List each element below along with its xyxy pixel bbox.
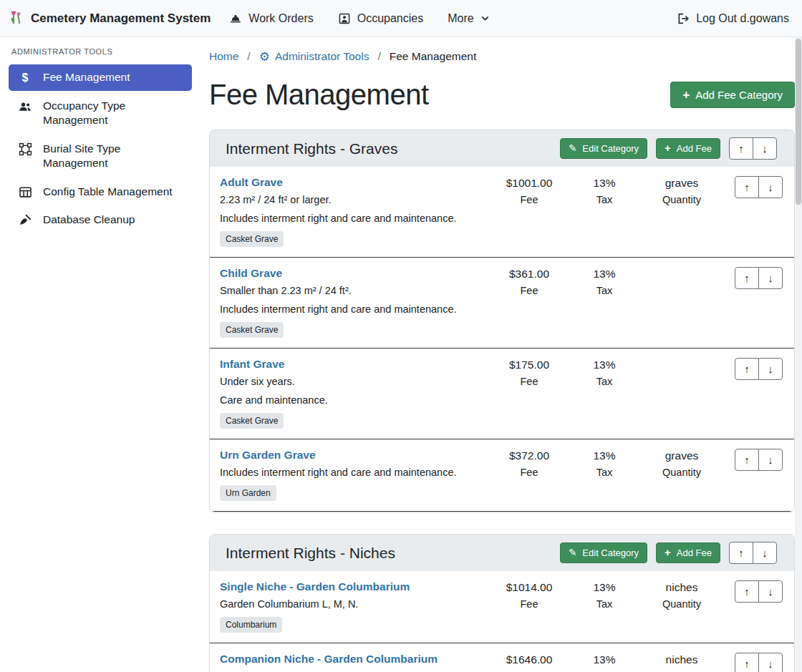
add-fee-button[interactable]: + Add Fee: [656, 542, 720, 563]
move-fee-down-button[interactable]: ↓: [758, 653, 783, 672]
move-fee-down-button[interactable]: ↓: [758, 449, 783, 471]
move-fee-down-button[interactable]: ↓: [758, 580, 783, 603]
add-fee-label: Add Fee: [677, 143, 712, 154]
arrow-down-icon: ↓: [768, 585, 773, 598]
fee-name-link[interactable]: Infant Grave: [220, 358, 284, 371]
nav-more[interactable]: More: [448, 12, 489, 25]
fee-description: Smaller than 2.23 m² / 24 ft².: [220, 285, 483, 296]
fee-amount-col: $1014.00 Fee: [490, 580, 569, 610]
quantity-unit: graves: [640, 177, 723, 190]
add-fee-button[interactable]: + Add Fee: [656, 138, 720, 159]
fee-descriptions: Includes interment right and care and ma…: [220, 467, 483, 478]
categories-container: Interment Rights - Graves ✎ Edit Categor…: [209, 130, 795, 672]
logout-icon: [677, 12, 690, 25]
fee-amount-col: $1646.00 Fee: [490, 653, 569, 672]
fee-name-link[interactable]: Companion Niche - Garden Columbarium: [220, 653, 438, 666]
fee-type-badge: Casket Grave: [220, 231, 284, 247]
move-fee-down-button[interactable]: ↓: [758, 358, 783, 380]
gear-icon: ⚙: [259, 51, 270, 63]
edit-category-button[interactable]: ✎ Edit Category: [560, 138, 647, 159]
arrow-up-icon: ↑: [738, 142, 744, 155]
fee-type-badge: Columbarium: [220, 617, 282, 633]
page-header: Fee Management + Add Fee Category: [209, 79, 795, 111]
move-fee-down-button[interactable]: ↓: [758, 267, 783, 289]
sidebar-item-label: Config Table Management: [43, 185, 173, 199]
move-category-up-button[interactable]: ↑: [729, 542, 753, 564]
flower-logo-icon: [9, 9, 24, 28]
sidebar-item-label: Database Cleanup: [43, 213, 135, 227]
sidebar-item-config-table-management[interactable]: Config Table Management: [9, 179, 192, 205]
move-fee-up-button[interactable]: ↑: [735, 580, 759, 603]
sidebar-item-database-cleanup[interactable]: Database Cleanup: [9, 207, 192, 233]
sidebar-heading: Administrator Tools: [0, 47, 200, 56]
logout-link[interactable]: Log Out d.gowans: [677, 12, 789, 25]
fee-name-link[interactable]: Single Niche - Garden Columbarium: [220, 580, 410, 593]
fee-name-link[interactable]: Urn Garden Grave: [220, 449, 316, 462]
breadcrumb-home[interactable]: Home: [209, 50, 238, 63]
move-category-up-button[interactable]: ↑: [729, 137, 753, 160]
breadcrumb-separator: /: [247, 50, 250, 63]
quantity-label: Quantity: [640, 467, 723, 478]
arrow-up-icon: ↑: [744, 454, 750, 466]
fee-type-badge: Urn Garden: [220, 485, 276, 501]
fee-quantity-col: niches Quantity: [640, 653, 723, 672]
move-fee-up-button[interactable]: ↑: [735, 176, 759, 198]
tax-value: 13%: [569, 177, 640, 190]
move-fee-up-button[interactable]: ↑: [735, 267, 759, 289]
category-header: Interment Rights - Graves ✎ Edit Categor…: [210, 130, 794, 167]
fee-label: Fee: [490, 376, 569, 387]
edit-category-label: Edit Category: [582, 143, 639, 154]
breadcrumb-admin-tools[interactable]: ⚙ Administrator Tools: [259, 50, 369, 63]
pencil-icon: ✎: [569, 548, 576, 558]
sidebar-item-occupancy-type-management[interactable]: Occupancy Type Management: [9, 93, 192, 134]
move-fee-down-button[interactable]: ↓: [758, 176, 783, 198]
nav-work-orders[interactable]: Work Orders: [229, 12, 313, 25]
sidebar-item-burial-site-type-management[interactable]: Burial Site Type Management: [9, 136, 192, 177]
nav-more-label: More: [448, 12, 473, 25]
tax-value: 13%: [569, 653, 640, 666]
fee-amount: $1001.00: [490, 177, 569, 190]
navbar-menu: Work Orders Occupancies More: [229, 12, 489, 25]
sidebar-item-fee-management[interactable]: $ Fee Management: [9, 64, 192, 91]
fee-label: Fee: [490, 285, 569, 296]
page-layout: Administrator Tools $ Fee Management Occ…: [0, 37, 802, 672]
fee-quantity-col: niches Quantity: [640, 580, 723, 610]
fee-reorder-group: ↑ ↓: [735, 653, 783, 672]
move-category-down-button[interactable]: ↓: [753, 542, 777, 564]
fee-list: Adult Grave 2.23 m² / 24 ft² or larger.I…: [210, 167, 794, 512]
fee-amount: $1014.00: [490, 581, 569, 594]
sidebar-item-label: Fee Management: [43, 70, 130, 84]
category-title: Interment Rights - Niches: [226, 545, 395, 562]
fee-name-link[interactable]: Child Grave: [220, 267, 282, 280]
fee-main: Adult Grave 2.23 m² / 24 ft² or larger.I…: [220, 176, 490, 247]
fee-tax-col: 13% Tax: [569, 580, 640, 610]
arrow-down-icon: ↓: [762, 142, 768, 155]
table-icon: [17, 185, 33, 199]
move-category-down-button[interactable]: ↓: [753, 137, 777, 160]
fee-amount-col: $175.00 Fee: [490, 358, 569, 387]
brand-link[interactable]: Cemetery Management System: [9, 9, 211, 28]
fee-tax-col: 13% Tax: [569, 267, 640, 296]
scrollbar-track[interactable]: [795, 37, 802, 672]
fee-name-link[interactable]: Adult Grave: [220, 176, 283, 189]
move-fee-up-button[interactable]: ↑: [735, 653, 759, 672]
add-fee-category-button[interactable]: + Add Fee Category: [670, 82, 795, 108]
fee-reorder-group: ↑ ↓: [735, 358, 783, 380]
move-fee-up-button[interactable]: ↑: [735, 449, 759, 471]
hard-hat-icon: [229, 12, 242, 25]
breadcrumb: Home / ⚙ Administrator Tools / Fee Manag…: [209, 50, 795, 63]
scrollbar-thumb[interactable]: [796, 39, 801, 205]
move-fee-up-button[interactable]: ↑: [735, 358, 759, 380]
breadcrumb-admin-tools-label: Administrator Tools: [275, 50, 369, 63]
fee-main: Single Niche - Garden Columbarium Garden…: [220, 580, 490, 633]
fee-main: Urn Garden Grave Includes interment righ…: [220, 449, 490, 501]
nav-occupancies-label: Occupancies: [357, 12, 424, 25]
quantity-label: Quantity: [640, 194, 723, 205]
quantity-label: Quantity: [640, 598, 723, 610]
nav-occupancies[interactable]: Occupancies: [338, 12, 424, 25]
top-navbar: Cemetery Management System Work Orders O…: [0, 0, 802, 37]
edit-category-button[interactable]: ✎ Edit Category: [560, 542, 647, 563]
fee-amount-col: $1001.00 Fee: [490, 176, 569, 205]
fee-descriptions: Under six years.Care and maintenance.: [220, 376, 483, 406]
brand-title: Cemetery Management System: [31, 11, 211, 26]
